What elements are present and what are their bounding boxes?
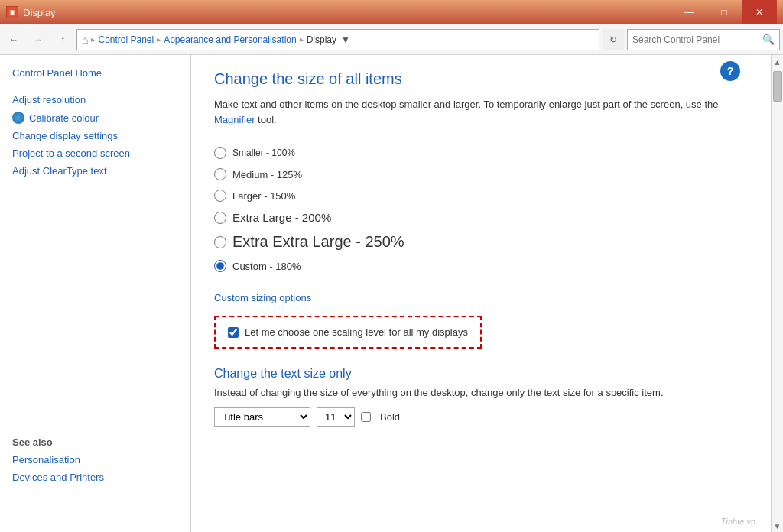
radio-extra-extra-large[interactable]: Extra Extra Large - 250% [214, 229, 748, 255]
project-screen-label: Project to a second screen [12, 148, 130, 159]
see-also-label: See also [0, 421, 191, 451]
magnifier-link[interactable]: Magnifier [214, 114, 255, 125]
sidebar-item-project-screen[interactable]: Project to a second screen [0, 144, 190, 162]
back-button[interactable]: ← [3, 29, 24, 50]
title-bar: ▣ Display — □ ✕ [0, 0, 783, 24]
scroll-down-button[interactable]: ▼ [772, 521, 783, 532]
search-input[interactable] [632, 34, 762, 45]
help-button[interactable]: ? [720, 61, 740, 81]
sidebar-item-cleartype[interactable]: Adjust ClearType text [0, 162, 190, 180]
up-button[interactable]: ↑ [52, 29, 73, 50]
breadcrumb-display: Display [307, 34, 336, 45]
search-icon[interactable]: 🔍 [762, 34, 775, 45]
bold-checkbox[interactable] [361, 412, 371, 422]
scaling-label: Let me choose one scaling level for all … [245, 326, 468, 338]
radio-smaller[interactable]: Smaller - 100% [214, 142, 748, 164]
size-options: Smaller - 100% Medium - 125% Larger - 15… [214, 142, 748, 277]
breadcrumb-bar: ⌂ ▸ Control Panel ▸ Appearance and Perso… [76, 29, 599, 50]
radio-larger-label: Larger - 150% [232, 190, 295, 202]
page-description: Make text and other items on the desktop… [214, 97, 748, 127]
close-button[interactable]: ✕ [742, 0, 777, 24]
radio-medium[interactable]: Medium - 125% [214, 164, 748, 185]
refresh-button[interactable]: ↻ [603, 29, 624, 50]
radio-custom-input[interactable] [214, 260, 226, 272]
maximize-button[interactable]: □ [707, 0, 742, 24]
sidebar-item-adjust-resolution[interactable]: Adjust resolution [0, 91, 190, 109]
home-icon: ⌂ [82, 34, 88, 46]
scaling-checkbox[interactable] [228, 327, 239, 338]
breadcrumb-control-panel[interactable]: Control Panel [98, 34, 154, 45]
breadcrumb-dropdown[interactable]: ▼ [341, 34, 350, 45]
text-size-select[interactable]: 8 9 10 11 12 14 [317, 407, 355, 427]
scroll-up-button[interactable]: ▲ [772, 57, 783, 68]
search-box: 🔍 [627, 29, 780, 50]
text-size-section-desc: Instead of changing the size of everythi… [214, 387, 748, 398]
scrollbar[interactable]: ▲ ▼ [771, 55, 783, 532]
radio-extra-large[interactable]: Extra Large - 200% [214, 206, 748, 229]
personalisation-label: Personalisation [12, 454, 80, 466]
text-size-controls: Title bars Menus Message boxes Palette t… [214, 407, 748, 427]
sidebar-item-change-display[interactable]: Change display settings [0, 127, 190, 144]
window-controls: — □ ✕ [671, 0, 777, 24]
main-layout: Control Panel Home Adjust resolution Cal… [0, 55, 783, 532]
sidebar-home-link[interactable]: Control Panel Home [0, 63, 190, 83]
address-bar: ← → ↑ ⌂ ▸ Control Panel ▸ Appearance and… [0, 24, 783, 55]
content-area: ? Change the size of all items Make text… [191, 55, 771, 532]
text-type-select[interactable]: Title bars Menus Message boxes Palette t… [214, 407, 310, 427]
custom-sizing-link[interactable]: Custom sizing options [214, 292, 748, 303]
radio-medium-input[interactable] [214, 168, 226, 180]
radio-custom-label: Custom - 180% [232, 261, 301, 272]
sidebar-personalisation-link[interactable]: Personalisation [0, 451, 191, 469]
minimize-button[interactable]: — [671, 0, 707, 24]
radio-smaller-input[interactable] [214, 147, 226, 159]
sidebar-item-calibrate-colour[interactable]: Calibrate colour [0, 109, 190, 127]
radio-xxlarge-label: Extra Extra Large - 250% [232, 233, 404, 251]
window-title: Display [23, 7, 56, 18]
devices-label: Devices and Printers [12, 472, 104, 483]
watermark: Tinhte.vn [721, 517, 755, 526]
text-size-section-title: Change the text size only [214, 367, 748, 381]
radio-medium-label: Medium - 125% [232, 169, 302, 180]
radio-xlarge-label: Extra Large - 200% [232, 211, 331, 224]
bold-label: Bold [380, 411, 400, 423]
app-icon: ▣ [6, 6, 18, 18]
adjust-resolution-label: Adjust resolution [12, 94, 86, 105]
forward-button[interactable]: → [28, 29, 49, 50]
cleartype-label: Adjust ClearType text [12, 165, 107, 177]
calibrate-colour-label: Calibrate colour [29, 112, 99, 124]
page-title: Change the size of all items [214, 70, 748, 88]
globe-icon [12, 112, 24, 124]
breadcrumb-appearance[interactable]: Appearance and Personalisation [164, 34, 296, 45]
radio-xlarge-input[interactable] [214, 212, 226, 224]
sidebar: Control Panel Home Adjust resolution Cal… [0, 55, 191, 532]
radio-xxlarge-input[interactable] [214, 236, 226, 248]
change-display-label: Change display settings [12, 130, 118, 141]
scroll-track[interactable] [772, 68, 783, 521]
scroll-thumb[interactable] [773, 71, 782, 102]
radio-larger-input[interactable] [214, 190, 226, 202]
scaling-options-box: Let me choose one scaling level for all … [214, 316, 482, 349]
radio-custom[interactable]: Custom - 180% [214, 255, 748, 277]
radio-smaller-label: Smaller - 100% [232, 148, 295, 158]
radio-larger[interactable]: Larger - 150% [214, 185, 748, 206]
sidebar-devices-link[interactable]: Devices and Printers [0, 469, 191, 486]
